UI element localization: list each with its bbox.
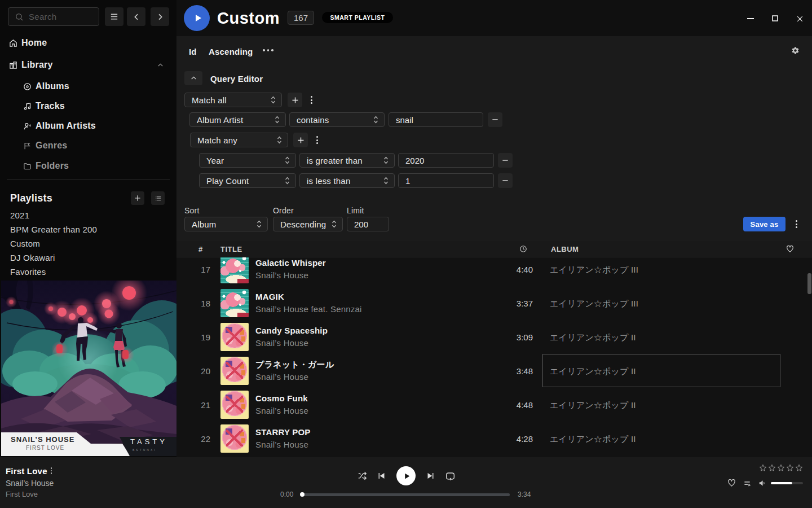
svg-text:TASTY: TASTY xyxy=(130,437,167,446)
svg-text:FIRST LOVE: FIRST LOVE xyxy=(26,445,64,451)
svg-text:BSTNNXI: BSTNNXI xyxy=(133,448,157,452)
svg-text:SNAIL’S HOUSE: SNAIL’S HOUSE xyxy=(11,435,74,444)
